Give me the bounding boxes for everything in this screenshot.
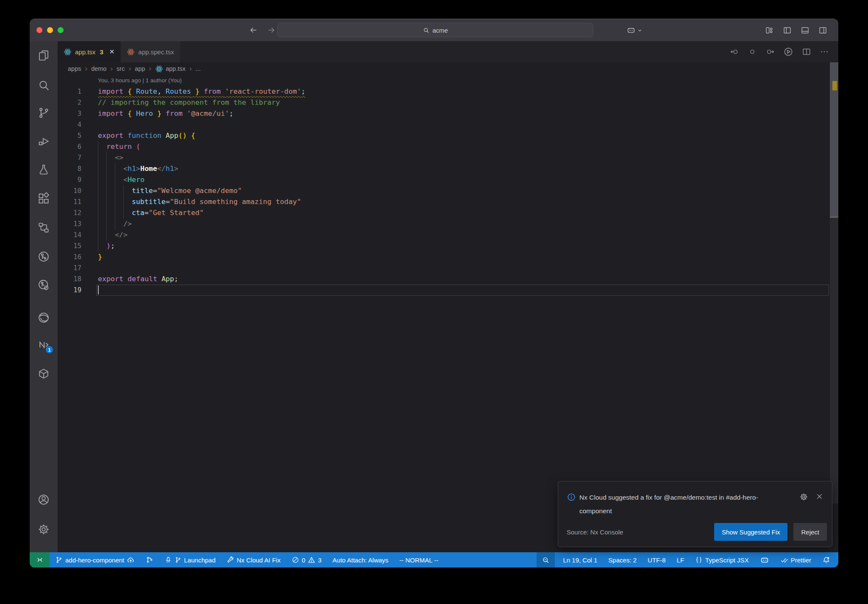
notification-toast: Nx Cloud suggested a fix for @acme/demo:… — [558, 481, 832, 547]
status-cursor-position[interactable]: Ln 19, Col 1 — [559, 552, 601, 568]
status-label: 0 — [302, 556, 305, 564]
code-text: // importing the component from the libr… — [98, 97, 280, 108]
toggle-sidebar-icon[interactable] — [783, 26, 792, 35]
code-line-4[interactable]: 4 — [58, 119, 838, 130]
notification-settings-icon[interactable] — [799, 492, 808, 501]
code-line-13[interactable]: 13/> — [58, 218, 838, 229]
activity-project-boxes-icon[interactable] — [37, 221, 50, 235]
git-blame-annotation[interactable]: You, 3 hours ago | 1 author (You) — [58, 75, 838, 86]
run-icon[interactable] — [783, 47, 793, 57]
toggle-panel-icon[interactable] — [801, 26, 810, 35]
copilot-icon[interactable] — [626, 25, 636, 35]
next-change-icon[interactable] — [765, 47, 775, 56]
titlebar: acme — [30, 19, 838, 41]
tab-close-icon[interactable]: ✕ — [109, 48, 115, 56]
activity-settings-icon[interactable] — [37, 523, 50, 536]
previous-change-icon[interactable] — [730, 47, 739, 56]
status-prettier[interactable]: Prettier — [776, 552, 815, 568]
activity-gitlens-icon[interactable] — [37, 250, 50, 263]
back-icon[interactable] — [249, 26, 258, 34]
code-line-3[interactable]: 3import { Hero } from '@acme/ui'; — [58, 108, 838, 119]
more-actions-icon[interactable] — [820, 47, 829, 56]
breadcrumb-tail[interactable]: ... — [195, 65, 200, 72]
status-nx-cloud-ai-fix[interactable]: Nx Cloud AI Fix — [223, 552, 284, 568]
chevron-down-icon[interactable] — [637, 27, 643, 34]
search-icon — [423, 27, 430, 34]
activity-run-debug-icon[interactable] — [37, 134, 50, 148]
code-line-12[interactable]: 12cta="Get Started" — [58, 207, 838, 218]
code-text: import { Route, Routes } from 'react-rou… — [98, 86, 306, 97]
breadcrumb-item[interactable]: demo — [91, 65, 106, 72]
git-graph-icon — [146, 556, 153, 564]
status-notifications[interactable] — [818, 552, 834, 568]
activity-source-control-icon[interactable] — [37, 106, 50, 120]
line-number: 12 — [58, 207, 98, 218]
status-eol[interactable]: LF — [673, 552, 688, 568]
code-line-6[interactable]: 6return ( — [58, 141, 838, 152]
breadcrumb-file[interactable]: app.tsx — [155, 65, 186, 73]
breadcrumb-item[interactable]: app — [135, 65, 145, 72]
code-line-15[interactable]: 15); — [58, 240, 838, 252]
show-suggested-fix-button[interactable]: Show Suggested Fix — [714, 523, 788, 541]
status-encoding[interactable]: UTF-8 — [644, 552, 670, 568]
status-zoom-indicator[interactable] — [537, 552, 555, 568]
code-line-17[interactable]: 17 — [58, 263, 838, 274]
code-line-14[interactable]: 14</> — [58, 229, 838, 240]
activity-edge-tools-icon[interactable] — [37, 311, 50, 324]
code-line-11[interactable]: 11subtitle="Build something amazing toda… — [58, 196, 838, 207]
code-line-1[interactable]: 1import { Route, Routes } from 'react-ro… — [58, 86, 838, 97]
status-vim-mode[interactable]: -- NORMAL -- — [395, 552, 442, 568]
tab-app.tsx[interactable]: app.tsx3✕ — [58, 41, 120, 62]
braces-icon — [695, 556, 703, 564]
activity-search-icon[interactable] — [37, 78, 50, 92]
activity-testing-icon[interactable] — [37, 163, 50, 176]
code-text: export function App() { — [98, 130, 195, 141]
toggle-secondary-sidebar-icon[interactable] — [818, 26, 827, 35]
react-icon — [155, 65, 163, 73]
editor-area: app.tsx3✕app.spec.tsx apps›demo›src›app›… — [58, 41, 838, 552]
customize-layout-icon[interactable] — [765, 26, 774, 35]
activity-extensions-icon[interactable] — [37, 192, 50, 205]
forward-icon[interactable] — [267, 26, 275, 34]
zoom-out-icon — [542, 556, 550, 564]
status-copilot[interactable] — [756, 552, 773, 568]
status-indentation[interactable]: Spaces: 2 — [604, 552, 640, 568]
status-git-branch[interactable]: add-hero-component — [51, 552, 139, 568]
activity-account-icon[interactable] — [37, 493, 50, 506]
minimize-window-button[interactable] — [47, 27, 53, 33]
code-line-19[interactable]: 19 — [58, 285, 838, 296]
code-line-8[interactable]: 8<h1>Home</h1> — [58, 163, 838, 174]
code-line-5[interactable]: 5export function App() { — [58, 130, 838, 141]
tab-bar: app.tsx3✕app.spec.tsx — [58, 41, 838, 62]
status-source-control-graph[interactable] — [142, 552, 157, 568]
status-language[interactable]: TypeScript JSX — [691, 552, 753, 568]
status-launchpad[interactable]: Launchpad — [161, 552, 219, 568]
notification-close-icon[interactable] — [815, 492, 823, 501]
split-editor-icon[interactable] — [802, 47, 811, 56]
tab-app.spec.tsx[interactable]: app.spec.tsx — [120, 41, 180, 62]
search-text: acme — [432, 27, 448, 34]
code-line-7[interactable]: 7<> — [58, 152, 838, 163]
code-line-9[interactable]: 9<Hero — [58, 174, 838, 185]
status-auto-attach[interactable]: Auto Attach: Always — [329, 552, 392, 568]
breadcrumb-item[interactable]: apps — [68, 65, 81, 72]
current-change-icon[interactable] — [748, 47, 757, 56]
activity-gitlens-inspect-icon[interactable] — [37, 278, 50, 292]
zoom-window-button[interactable] — [58, 27, 64, 33]
status-problems[interactable]: 03 — [288, 552, 326, 568]
activity-explorer-icon[interactable] — [37, 49, 50, 62]
breadcrumb[interactable]: apps›demo›src›app›app.tsx›... — [58, 62, 838, 75]
breadcrumb-item[interactable]: src — [117, 65, 125, 72]
activity-package-icon[interactable] — [37, 367, 50, 380]
code-line-10[interactable]: 10title="Welcmoe @acme/demo" — [58, 185, 838, 196]
code-line-16[interactable]: 16} — [58, 252, 838, 263]
status-remote-indicator[interactable] — [30, 552, 50, 568]
code-line-2[interactable]: 2// importing the component from the lib… — [58, 97, 838, 108]
code-line-18[interactable]: 18export default App; — [58, 274, 838, 285]
reject-button[interactable]: Reject — [793, 523, 827, 541]
activity-nx-console-icon[interactable]: 1 — [37, 338, 50, 352]
line-number: 18 — [58, 274, 98, 285]
breadcrumb-separator: › — [149, 64, 151, 73]
close-window-button[interactable] — [36, 27, 42, 33]
command-center-search[interactable]: acme — [277, 23, 593, 37]
